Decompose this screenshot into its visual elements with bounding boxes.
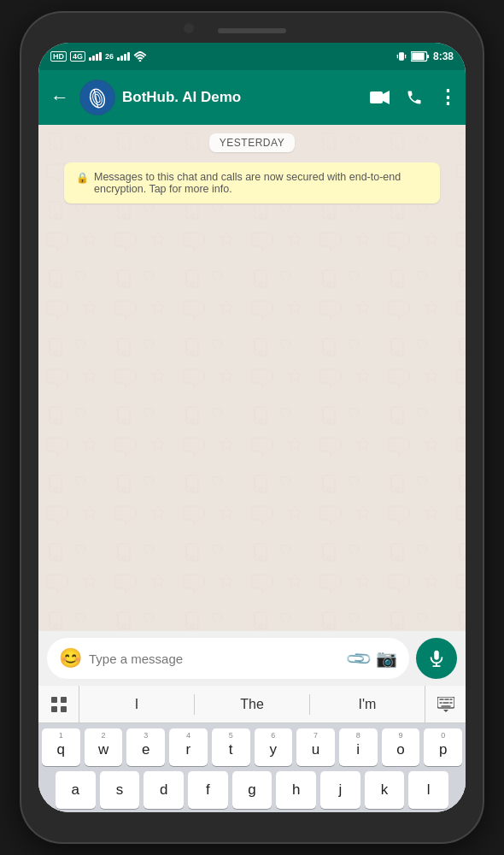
keyboard-grid-icon[interactable]	[38, 686, 79, 722]
lock-icon: 🔒	[76, 172, 89, 184]
key-j[interactable]: j	[320, 771, 360, 809]
svg-rect-1	[399, 52, 404, 60]
svg-rect-3	[405, 55, 406, 59]
key-i[interactable]: 8i	[339, 728, 378, 766]
video-call-icon[interactable]	[370, 90, 390, 105]
status-right: 8:38	[396, 50, 454, 62]
mic-icon	[427, 649, 446, 668]
wa-header: ← BotHub. AI Demo	[38, 70, 466, 125]
suggestion-i[interactable]: I	[79, 697, 194, 712]
4g-indicator: 4G	[70, 51, 85, 62]
key-k[interactable]: k	[365, 771, 405, 809]
contact-avatar[interactable]	[79, 80, 115, 115]
key-row-2: a s d f g h j k l	[42, 771, 462, 809]
encryption-text: Messages to this chat and calls are now …	[94, 171, 428, 195]
phone-camera	[184, 23, 194, 33]
emoji-button[interactable]: 😊	[59, 647, 82, 669]
svg-rect-5	[427, 55, 430, 58]
mic-button[interactable]	[416, 638, 457, 679]
svg-marker-30	[443, 710, 448, 712]
key-w[interactable]: 2w	[85, 728, 123, 766]
svg-rect-18	[51, 697, 57, 703]
suggestion-the[interactable]: The	[195, 697, 309, 712]
message-input[interactable]	[89, 652, 341, 666]
message-input-box[interactable]: 😊 📎 📷	[47, 638, 409, 679]
chat-area: YESTERDAY 🔒 Messages to this chat and ca…	[38, 125, 466, 631]
svg-rect-19	[61, 697, 67, 703]
key-f[interactable]: f	[188, 771, 228, 809]
key-s[interactable]: s	[100, 771, 140, 809]
phone-screen: HD 4G 26	[38, 43, 466, 812]
vibrate-icon	[396, 50, 407, 62]
status-left: HD 4G 26	[50, 51, 147, 62]
key-u[interactable]: 7u	[296, 728, 335, 766]
network-indicator: 26	[105, 52, 114, 61]
key-e[interactable]: 3e	[126, 728, 165, 766]
phone-call-icon[interactable]	[406, 89, 423, 106]
hide-keyboard-button[interactable]	[425, 686, 466, 722]
keyboard-area: I The I'm	[38, 686, 466, 812]
battery-icon	[411, 51, 430, 62]
date-separator: YESTERDAY	[209, 133, 295, 152]
wifi-icon	[133, 51, 147, 62]
camera-icon[interactable]: 📷	[376, 648, 397, 669]
svg-rect-6	[412, 53, 424, 60]
svg-rect-2	[397, 55, 398, 59]
suggestion-im[interactable]: I'm	[310, 697, 425, 712]
phone-speaker	[218, 28, 286, 33]
svg-rect-21	[61, 706, 67, 712]
key-a[interactable]: a	[56, 771, 96, 809]
signal-bar-2	[117, 52, 130, 61]
header-icons: ⋮	[370, 86, 457, 109]
key-g[interactable]: g	[232, 771, 273, 809]
hd-indicator: HD	[50, 51, 67, 62]
key-l[interactable]: l	[408, 771, 448, 809]
key-d[interactable]: d	[144, 771, 184, 809]
back-button[interactable]: ←	[47, 83, 73, 112]
encryption-notice[interactable]: 🔒 Messages to this chat and calls are no…	[64, 162, 440, 203]
key-t[interactable]: 5t	[212, 728, 250, 766]
key-row-1: 1q 2w 3e 4r 5t 6y 7u 8i 9o 0p	[42, 728, 462, 766]
svg-rect-12	[370, 91, 383, 103]
contact-info[interactable]: BotHub. AI Demo	[122, 89, 363, 106]
svg-point-7	[81, 81, 114, 114]
attach-icon[interactable]: 📎	[343, 644, 373, 674]
key-q[interactable]: 1q	[42, 728, 80, 766]
avatar-logo	[81, 81, 114, 114]
svg-marker-13	[383, 91, 390, 104]
chat-content: YESTERDAY 🔒 Messages to this chat and ca…	[38, 125, 466, 215]
key-p[interactable]: 0p	[424, 728, 462, 766]
svg-rect-15	[434, 651, 439, 660]
status-bar: HD 4G 26	[38, 43, 466, 70]
key-h[interactable]: h	[276, 771, 316, 809]
phone-frame: HD 4G 26	[21, 13, 483, 842]
svg-rect-20	[51, 706, 57, 712]
signal-bar-1	[89, 52, 102, 61]
key-y[interactable]: 6y	[255, 728, 293, 766]
keyboard-suggestions-bar: I The I'm	[38, 686, 466, 723]
more-options-icon[interactable]: ⋮	[438, 86, 457, 109]
contact-name: BotHub. AI Demo	[122, 89, 363, 106]
key-r[interactable]: 4r	[169, 728, 208, 766]
input-area: 😊 📎 📷	[38, 631, 466, 686]
time-display: 8:38	[433, 50, 454, 62]
svg-point-0	[139, 60, 142, 62]
key-o[interactable]: 9o	[382, 728, 420, 766]
keyboard-rows: 1q 2w 3e 4r 5t 6y 7u 8i 9o 0p a s d f	[38, 723, 466, 812]
